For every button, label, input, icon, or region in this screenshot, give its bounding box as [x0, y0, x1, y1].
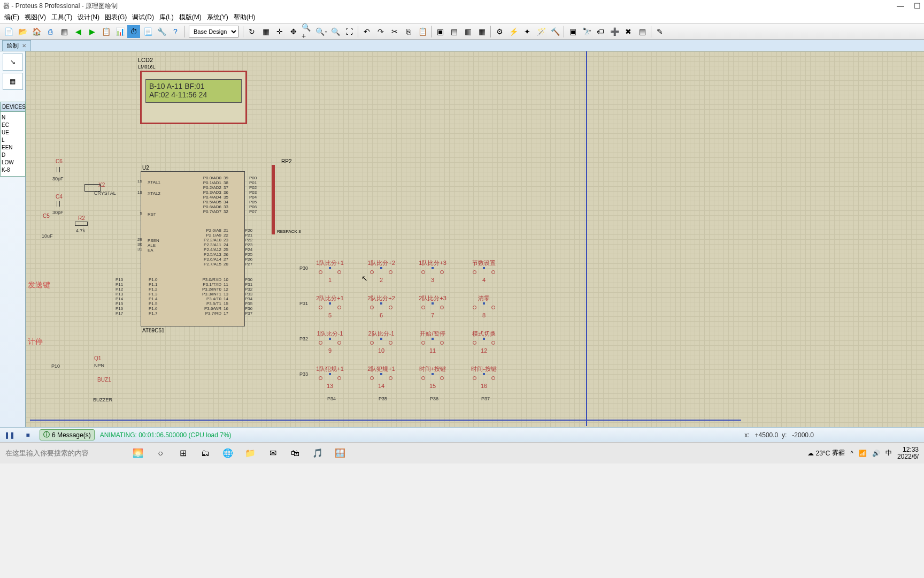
decompose-icon[interactable]: ✦	[521, 25, 534, 38]
remove-icon[interactable]: ✖	[622, 25, 635, 38]
key-button-1[interactable]: 1队比分+11	[314, 259, 345, 283]
music-icon[interactable]: 🎵	[310, 446, 325, 461]
block-rotate-icon[interactable]: ▥	[461, 25, 474, 38]
menu-template[interactable]: 模版(M)	[177, 13, 204, 22]
property-icon[interactable]: 🔨	[549, 25, 561, 38]
selection-mode-icon[interactable]: ↘	[3, 54, 23, 71]
tab-schematic[interactable]: 绘制 ✕	[2, 40, 31, 51]
r2-component[interactable]	[75, 222, 88, 226]
store-icon[interactable]: 🛍	[288, 446, 303, 461]
zoom-out-icon[interactable]: 🔍-	[315, 25, 328, 38]
c4-component[interactable]	[53, 201, 63, 207]
refresh-icon[interactable]: ↻	[245, 25, 258, 38]
component-icon[interactable]: 🔧	[155, 25, 168, 38]
weather-colorful-icon[interactable]: 🌅	[130, 446, 145, 461]
new-icon[interactable]: 📄	[2, 25, 15, 38]
menu-system[interactable]: 系统(Y)	[205, 13, 230, 22]
sheet-icon[interactable]: 📊	[113, 25, 126, 38]
stop-button[interactable]: ■	[21, 429, 34, 441]
grid-icon[interactable]: ▦	[259, 25, 272, 38]
menu-library[interactable]: 库(L)	[157, 13, 176, 22]
key-button-4[interactable]: 节数设置4	[468, 259, 499, 283]
pick-icon[interactable]: ⚙	[493, 25, 506, 38]
key-button-13[interactable]: 1队犯规+113	[314, 365, 345, 389]
menu-edit[interactable]: 编(E)	[2, 13, 21, 22]
key-button-16[interactable]: 时间-按键16	[468, 365, 499, 389]
cut-icon[interactable]: ✂	[388, 25, 401, 38]
back-icon[interactable]: ◀	[72, 25, 84, 38]
menu-help[interactable]: 帮助(H)	[232, 13, 258, 22]
key-button-3[interactable]: 1队比分+33	[417, 259, 448, 283]
key-button-7[interactable]: 2队比分+37	[417, 294, 448, 318]
undo-icon[interactable]: ↶	[360, 25, 373, 38]
explorer-icon[interactable]: 🗂	[198, 446, 213, 461]
key-button-9[interactable]: 1队比分-19	[314, 330, 345, 354]
schematic-icon[interactable]: ⎙	[44, 25, 57, 38]
component-mode-icon[interactable]: ▦	[3, 73, 23, 90]
key-button-15[interactable]: 时间+按键15	[417, 365, 448, 389]
messages-indicator[interactable]: ⓘ 6 Message(s)	[40, 429, 95, 440]
block-move-icon[interactable]: ▤	[448, 25, 460, 38]
paste-icon[interactable]: 📋	[416, 25, 429, 38]
layers-icon[interactable]: ▤	[636, 25, 649, 38]
add-icon[interactable]: ➕	[608, 25, 621, 38]
menu-tools[interactable]: 工具(T)	[49, 13, 74, 22]
c6-component[interactable]	[53, 167, 63, 172]
clock-date[interactable]: 2022/6/	[897, 453, 919, 460]
edit-icon[interactable]: ✎	[653, 25, 666, 38]
key-button-5[interactable]: 2队比分+15	[314, 294, 345, 318]
zoom-in-icon[interactable]: 🔍+	[301, 25, 314, 38]
list-icon[interactable]: 📃	[141, 25, 154, 38]
zoom-area-icon[interactable]: ⛶	[343, 25, 356, 38]
tag-icon[interactable]: 🏷	[594, 25, 607, 38]
app-icon[interactable]: 🪟	[333, 446, 348, 461]
home-icon[interactable]: 🏠	[30, 25, 43, 38]
devices-list[interactable]: N ECUE LEEN DLOW K-8	[0, 112, 26, 177]
ime-indicator[interactable]: 中	[886, 448, 892, 458]
forward-icon[interactable]: ▶	[86, 25, 98, 38]
binocular-icon[interactable]: 🔭	[580, 25, 593, 38]
design-select[interactable]: Base Design	[189, 26, 238, 37]
key-button-8[interactable]: 清零8	[468, 294, 499, 318]
pause-button[interactable]: ❚❚	[3, 429, 16, 441]
schematic-canvas[interactable]: LCD2LM016L B-10 A-11 BF:01 AF:02 4-11:56…	[26, 51, 924, 427]
key-button-2[interactable]: 1队比分+22	[366, 259, 397, 283]
cortana-icon[interactable]: ○	[153, 446, 168, 461]
pan-icon[interactable]: ✥	[287, 25, 300, 38]
folder-icon[interactable]: 📁	[243, 446, 258, 461]
copy-icon[interactable]: ⎘	[402, 25, 415, 38]
make-icon[interactable]: ⚡	[507, 25, 520, 38]
open-icon[interactable]: 📂	[16, 25, 29, 38]
key-button-11[interactable]: 开始/暂停11	[417, 330, 448, 354]
key-button-6[interactable]: 2队比分+26	[366, 294, 397, 318]
pcb-icon[interactable]: ▦	[58, 25, 71, 38]
key-button-12[interactable]: 模式切换12	[468, 330, 499, 354]
edge-icon[interactable]: 🌐	[220, 446, 235, 461]
key-button-14[interactable]: 2队犯规+114	[366, 365, 397, 389]
search-input[interactable]: 在这里输入你要搜索的内容	[5, 448, 123, 458]
wand-icon[interactable]: 🪄	[535, 25, 548, 38]
mail-icon[interactable]: ✉	[265, 446, 280, 461]
menu-graph[interactable]: 图表(G)	[103, 13, 129, 22]
key-button-10[interactable]: 2队比分-110	[366, 330, 397, 354]
maximize-button[interactable]: ☐	[914, 2, 921, 10]
close-icon[interactable]: ✕	[22, 43, 26, 49]
doc-icon[interactable]: 📋	[99, 25, 112, 38]
network-icon[interactable]: 📶	[859, 450, 867, 457]
export-icon[interactable]: ▣	[566, 25, 579, 38]
clock-time[interactable]: 12:33	[897, 446, 919, 453]
volume-icon[interactable]: 🔊	[872, 450, 880, 457]
block-delete-icon[interactable]: ▦	[475, 25, 488, 38]
menu-design[interactable]: 设计(N)	[75, 13, 102, 22]
zoom-fit-icon[interactable]: 🔍	[329, 25, 342, 38]
weather-widget[interactable]: ☁ 23°C 雾霾	[807, 448, 845, 458]
help-icon[interactable]: ?	[169, 25, 182, 38]
redo-icon[interactable]: ↷	[374, 25, 387, 38]
minimize-button[interactable]: —	[897, 2, 904, 10]
tray-up-icon[interactable]: ^	[850, 450, 853, 457]
respack-component[interactable]	[272, 165, 304, 234]
origin-icon[interactable]: ✛	[273, 25, 286, 38]
block-copy-icon[interactable]: ▣	[434, 25, 446, 38]
menu-view[interactable]: 视图(V)	[22, 13, 48, 22]
task-view-icon[interactable]: ⊞	[175, 446, 190, 461]
